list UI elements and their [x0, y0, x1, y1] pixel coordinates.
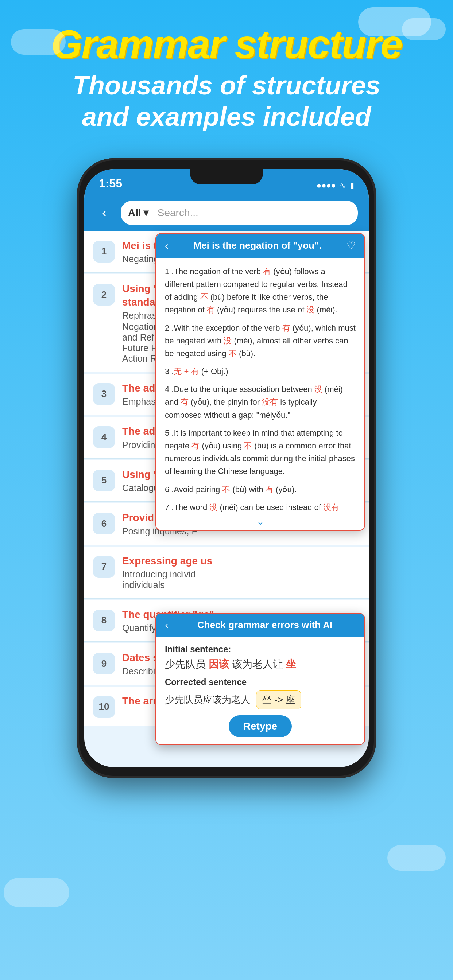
detail-title: Mei is the negation of "you".	[169, 240, 346, 251]
detail-back-button[interactable]: ‹	[165, 240, 169, 252]
item-number: 6	[93, 512, 115, 535]
item-number: 7	[93, 556, 115, 578]
detail-para-6: 6 .Avoid pairing 不 (bù) with 有 (yǒu).	[165, 483, 356, 496]
ai-title: Check grammar errors with AI	[174, 619, 356, 631]
detail-para-1: 1 .The negation of the verb 有 (yǒu) foll…	[165, 265, 356, 317]
initial-sentence: 少先队员因该该为老人让坐	[165, 657, 356, 671]
ai-back-button[interactable]: ‹	[165, 619, 168, 631]
item-text: Expressing age us Introducing individind…	[122, 555, 360, 590]
phone-frame: 1:55 ●●●● ∿ ▮ ‹ All ▾ Search...	[77, 158, 376, 778]
item-number: 10	[93, 696, 115, 718]
item-number: 8	[93, 609, 115, 632]
correction-bubble: 坐 -> 座	[256, 690, 301, 710]
item-number: 9	[93, 652, 115, 675]
detail-heart-button[interactable]: ♡	[346, 240, 356, 251]
status-icons: ●●●● ∿ ▮	[317, 181, 354, 190]
item-title: Expressing age us	[122, 555, 360, 568]
ai-checker-popup: ‹ Check grammar errors with AI Initial s…	[155, 613, 365, 745]
search-placeholder[interactable]: Search...	[158, 207, 351, 219]
phone-container: 1:55 ●●●● ∿ ▮ ‹ All ▾ Search...	[0, 158, 453, 778]
nav-search-container[interactable]: All ▾ Search...	[121, 201, 358, 225]
battery-icon: ▮	[350, 181, 354, 190]
phone-screen: 1:55 ●●●● ∿ ▮ ‹ All ▾ Search...	[84, 169, 369, 767]
detail-para-5: 5 .It is important to keep in mind that …	[165, 426, 356, 478]
retype-button[interactable]: Retype	[229, 715, 292, 737]
detail-para-3: 3 .无 + 有 (+ Obj.)	[165, 365, 356, 378]
corrected-sentence: 少先队员应该为老人	[165, 694, 250, 706]
detail-header: ‹ Mei is the negation of "you". ♡	[156, 234, 364, 258]
nav-bar: ‹ All ▾ Search...	[84, 195, 369, 231]
list-item[interactable]: 7 Expressing age us Introducing individi…	[84, 547, 369, 599]
dropdown-label: All	[128, 207, 141, 219]
nav-dropdown[interactable]: All ▾	[128, 207, 154, 219]
wifi-icon: ∿	[340, 181, 346, 190]
chevron-down-icon: ▾	[144, 207, 148, 219]
corrected-label: Corrected sentence	[165, 677, 356, 687]
item-desc: Introducing individindividuals	[122, 569, 360, 590]
detail-para-4: 4 .Due to the unique association between…	[165, 383, 356, 422]
detail-body: 1 .The negation of the verb 有 (yǒu) foll…	[156, 258, 364, 513]
item-number: 4	[93, 426, 115, 448]
correction-row: 少先队员应该为老人 坐 -> 座	[165, 690, 356, 710]
initial-label: Initial sentence:	[165, 644, 356, 654]
detail-para-7: 7 .The word 没 (méi) can be used instead …	[165, 501, 356, 513]
detail-scroll-down[interactable]: ⌄	[156, 513, 364, 530]
phone-notch	[190, 169, 263, 185]
item-number: 1	[93, 240, 115, 262]
item-number: 3	[93, 383, 115, 405]
status-time: 1:55	[99, 177, 122, 190]
detail-popup: ‹ Mei is the negation of "you". ♡ 1 .The…	[155, 233, 365, 531]
ai-body: Initial sentence: 少先队员因该该为老人让坐 Corrected…	[156, 637, 364, 745]
item-number: 5	[93, 469, 115, 492]
header-subtitle: Thousands of structures and examples inc…	[14, 70, 439, 133]
item-number: 2	[93, 284, 115, 305]
detail-para-2: 2 .With the exception of the verb 有 (yǒu…	[165, 321, 356, 360]
ai-header: ‹ Check grammar errors with AI	[156, 614, 364, 637]
nav-back-button[interactable]: ‹	[95, 204, 113, 222]
signal-icon: ●●●●	[317, 181, 336, 190]
